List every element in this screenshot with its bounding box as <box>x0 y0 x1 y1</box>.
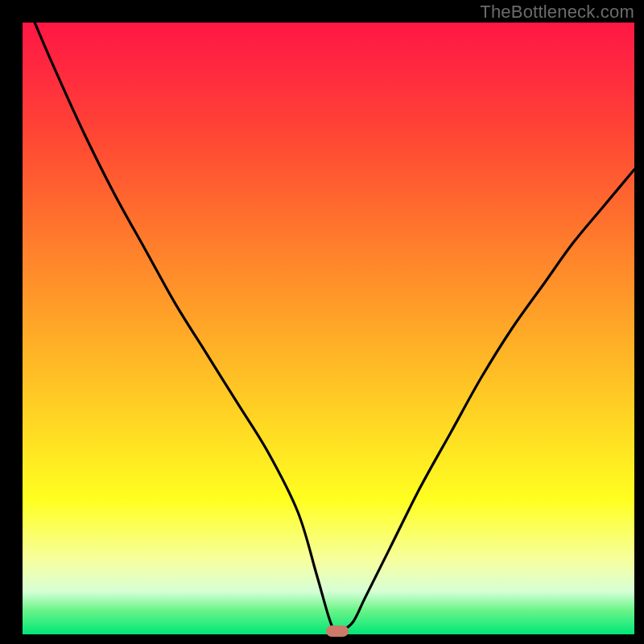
chart-frame: TheBottleneck.com <box>0 0 644 644</box>
bottleneck-curve <box>23 23 634 634</box>
curve-path <box>35 23 634 633</box>
watermark-text: TheBottleneck.com <box>480 2 634 23</box>
plot-area <box>23 23 634 634</box>
optimal-marker <box>326 625 349 637</box>
